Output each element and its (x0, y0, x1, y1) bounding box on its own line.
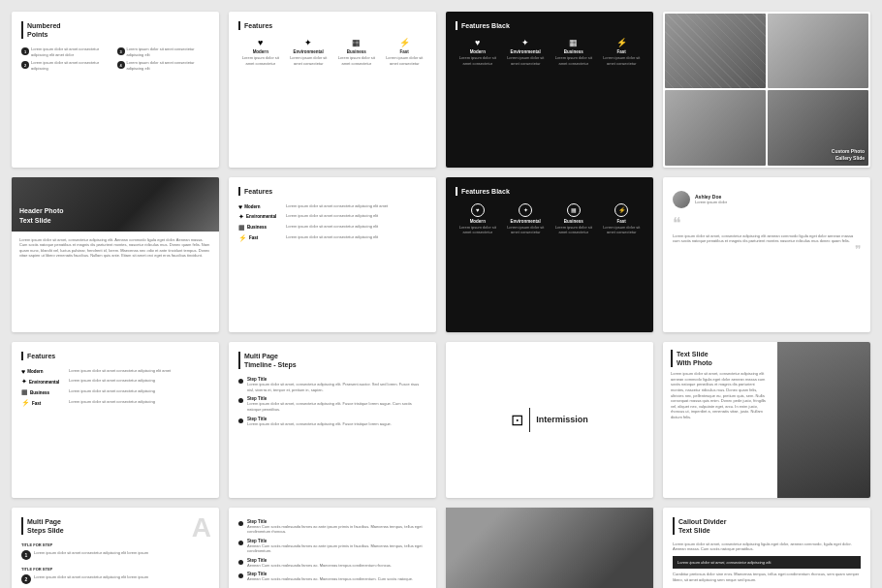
steps-inner: Multi PageSteps Slide A TITLE FOR STEP 1… (12, 508, 219, 589)
feature-icon: ▦ (571, 206, 577, 213)
photo-area (777, 342, 870, 498)
feature-label: Modern (253, 49, 268, 54)
timeline-item: Step Title Aenean Cum sociis malesuada f… (238, 539, 426, 554)
feature-label: Fast (617, 49, 626, 54)
feature-item: ⚡ Fast Lorem ipsum dolor sit amet consec… (600, 203, 645, 235)
feature-label: Fast (249, 235, 258, 240)
num-badge: 3 (117, 47, 125, 55)
slide-title: Multi PageSteps Slide (21, 517, 209, 535)
quote-close: ❞ (673, 244, 861, 256)
timeline-dot (238, 560, 243, 565)
list-item: 3 Lorem ipsum dolor sit amet consectetur… (117, 46, 210, 57)
slide-intermission: ⊡ Intermission (446, 342, 653, 498)
list-item: 4 Lorem ipsum dolor sit amet consectetur… (117, 60, 210, 71)
feature-label: Modern (244, 204, 260, 209)
feature-label: Business (30, 390, 49, 395)
num-badge: 1 (21, 47, 29, 55)
intermission-icon: ⊡ (511, 411, 523, 429)
quote-open: ❝ (673, 215, 681, 232)
feature-icon: ✦ (238, 213, 244, 221)
divider (529, 408, 530, 432)
feature-icon: ✦ (304, 38, 312, 47)
feature-item: ✦ Environmental Lorem ipsum dolor sit am… (287, 38, 331, 66)
slide-title: Numbered Points (21, 21, 209, 39)
feature-label: Environmental (29, 380, 59, 385)
feature-icon: ⚡ (616, 38, 627, 47)
feature-icon: ▦ (21, 388, 28, 396)
feature-item: ♥ Modern Lorem ipsum dolor sit amet cons… (456, 203, 500, 235)
feature-icon: ✦ (21, 378, 27, 386)
feature-label: Business (247, 225, 267, 230)
list-item: 1 Lorem ipsum dolor sit amet consectetur… (21, 46, 114, 57)
feature-item: ♥ Modern Lorem ipsum dolor sit amet cons… (238, 38, 283, 66)
slide-profile-quote: Ashley Doe Lorem ipsum dolor ❝ Lorem ips… (663, 177, 870, 333)
feature-label: Modern (470, 219, 486, 224)
step-label: TITLE FOR STEP (21, 567, 209, 572)
slide-callout: Callout DividerText Slide Lorem ipsum do… (663, 508, 870, 589)
feature-label: Fast (32, 401, 41, 406)
photo-overlay (446, 508, 653, 589)
feature-label: Business (564, 219, 583, 224)
feature-item: ▦ Business Lorem ipsum dolor sit amet co… (551, 203, 596, 235)
slide-header-photo: Header PhotoText Slide Lorem ipsum dolor… (12, 177, 219, 333)
timeline-dot (238, 541, 243, 545)
feature-icon: ⚡ (21, 399, 30, 407)
intermission-title: Intermission (536, 415, 588, 424)
feature-label: Fast (617, 219, 626, 224)
step-num: 2 (21, 574, 31, 584)
slide-multi-steps: Multi PageSteps Slide A TITLE FOR STEP 1… (12, 508, 219, 589)
timeline-dot (238, 573, 243, 578)
timeline-item: Step Title Aenean Cum sociis malesuada f… (238, 519, 426, 535)
feature-icon: ♥ (258, 38, 263, 47)
slide-features-list: Features ♥ Modern Lorem ipsum dolor sit … (229, 177, 436, 333)
slide-text-photo: Text SlideWith Photo Lorem ipsum dolor s… (663, 342, 870, 498)
timeline-item: Step Title Lorem ipsum dolor sit amet, c… (238, 396, 426, 412)
slide-timeline-2: Step Title Aenean Cum sociis malesuada f… (229, 508, 436, 589)
feature-icon: ✦ (523, 206, 528, 213)
timeline-item: Step Title Lorem ipsum dolor sit amet, c… (238, 417, 426, 427)
feature-label: Modern (27, 369, 43, 374)
feature-label: Environmental (294, 49, 324, 54)
timeline-item: Step Title Aenean Cum sociis malesuada f… (238, 558, 426, 569)
step-item: 1 Lorem ipsum dolor sit amet consectetur… (21, 550, 209, 560)
feature-icon: ♥ (475, 38, 480, 47)
feature-label: Environmental (246, 214, 276, 219)
text-photo-layout: Text SlideWith Photo Lorem ipsum dolor s… (663, 342, 870, 498)
features-list: ♥ Modern Lorem ipsum dolor sit amet cons… (456, 38, 644, 66)
numbered-list: 1 Lorem ipsum dolor sit amet consectetur… (21, 46, 209, 71)
timeline-dot (238, 418, 243, 423)
slide-title: Multi PageTimeline - Steps (238, 352, 426, 369)
slide-title: Features Black (456, 21, 644, 30)
slide-photo-gallery: Custom PhotoGallery Slide (663, 12, 870, 168)
slide-title: Callout DividerText Slide (673, 517, 861, 535)
timeline-item: Step Title Lorem ipsum dolor sit amet, c… (238, 377, 426, 392)
callout-box: Lorem ipsum dolor sit amet, consectetur … (673, 556, 861, 570)
feature-icon: ⚡ (618, 206, 625, 213)
slide-title: Features Black (456, 187, 644, 196)
feature-item: ⚡ Fast Lorem ipsum dolor sit amet consec… (600, 38, 645, 66)
slide-features-1: Features ♥ Modern Lorem ipsum dolor sit … (229, 12, 436, 168)
feature-icon: ⚡ (238, 234, 247, 242)
timeline-dot (238, 379, 243, 384)
feature-label: Environmental (511, 49, 541, 54)
feature-item: ▦ Business Lorem ipsum dolor sit amet co… (334, 38, 379, 66)
num-badge: 2 (21, 61, 29, 69)
features-list: ♥ Modern Lorem ipsum dolor sit amet cons… (238, 38, 426, 66)
feature-icon: ⚡ (399, 38, 410, 47)
slide-amanda: Amanda R.Doe Lorem ipsum dolor sit amet … (446, 508, 653, 589)
amanda-photo (446, 508, 653, 589)
slide-features-black-1: Features Black ♥ Modern Lorem ipsum dolo… (446, 12, 653, 168)
feature-label: Business (347, 49, 366, 54)
feature-icon: ♥ (238, 203, 242, 210)
feature-icon: ▦ (569, 38, 578, 47)
step-label: TITLE FOR STEP (21, 542, 209, 547)
slide-title: Features (21, 352, 209, 360)
slide-features-3: Features ♥ Modern Lorem ipsum dolor sit … (12, 342, 219, 498)
feature-icon: ▦ (238, 224, 245, 232)
timeline-item: Step Title Aenean Cum sociis malesuada f… (238, 572, 426, 582)
feature-item: ▦ Business Lorem ipsum dolor sit amet co… (551, 38, 596, 66)
gallery-title: Custom PhotoGallery Slide (832, 148, 865, 162)
slide-title: Features (238, 21, 426, 30)
step-num: 1 (21, 550, 31, 560)
feature-icon: ♥ (21, 368, 25, 375)
